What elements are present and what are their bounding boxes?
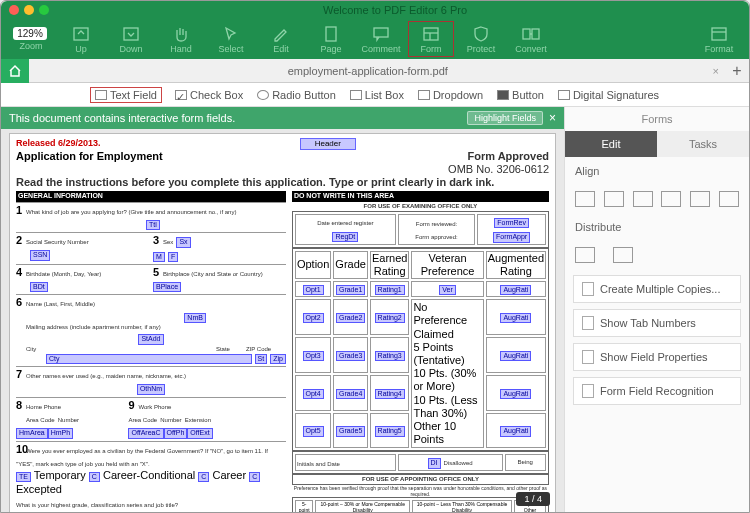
select-tool[interactable]: Select <box>207 20 255 58</box>
distribute-label: Distribute <box>565 213 749 241</box>
text-field-type[interactable]: Text Field <box>91 88 161 102</box>
dropdown-type[interactable]: Dropdown <box>418 89 483 101</box>
zoom-tool[interactable]: 129% Zoom <box>7 20 55 58</box>
titlebar: Welcome to PDF Editor 6 Pro <box>1 1 749 19</box>
form-tool[interactable]: Form <box>407 20 455 58</box>
button-icon <box>497 90 509 100</box>
down-tool[interactable]: Down <box>107 20 155 58</box>
create-copies-item[interactable]: Create Multiple Copies... <box>573 275 741 303</box>
distribute-v-icon[interactable] <box>613 247 633 263</box>
side-panel: Forms Edit Tasks Align Distribute Create… <box>564 107 749 512</box>
form-type-bar: Text Field ✓Check Box Radio Button List … <box>1 83 749 107</box>
document-canvas[interactable]: Released 6/29/2013. Header Application f… <box>1 129 564 512</box>
form-banner: This document contains interactive form … <box>1 107 564 129</box>
align-center-icon[interactable] <box>604 191 624 207</box>
align-left-icon[interactable] <box>575 191 595 207</box>
svg-rect-8 <box>532 29 539 39</box>
highlight-fields-button[interactable]: Highlight Fields <box>467 111 543 125</box>
text-field-icon <box>95 90 107 100</box>
tab-bar: employment-application-form.pdf × + <box>1 59 749 83</box>
distribute-h-icon[interactable] <box>575 247 595 263</box>
tasks-tab[interactable]: Tasks <box>657 131 749 157</box>
recognition-icon <box>582 384 594 398</box>
signature-type[interactable]: Digital Signatures <box>558 89 659 101</box>
close-window[interactable] <box>9 5 19 15</box>
field-recognition-item[interactable]: Form Field Recognition <box>573 377 741 405</box>
edit-tab[interactable]: Edit <box>565 131 657 157</box>
hand-tool[interactable]: Hand <box>157 20 205 58</box>
released-date: Released 6/29/2013. <box>16 138 101 149</box>
radio-type[interactable]: Radio Button <box>257 89 336 101</box>
svg-rect-1 <box>124 28 138 40</box>
doc-title: Application for Employment <box>16 150 163 176</box>
svg-rect-0 <box>74 28 88 40</box>
svg-rect-9 <box>712 28 726 40</box>
maximize-window[interactable] <box>39 5 49 15</box>
checkbox-icon: ✓ <box>175 90 187 100</box>
svg-rect-4 <box>424 28 438 40</box>
button-type[interactable]: Button <box>497 89 544 101</box>
minimize-window[interactable] <box>24 5 34 15</box>
protect-tool[interactable]: Protect <box>457 20 505 58</box>
properties-icon <box>582 350 594 364</box>
numbers-icon <box>582 316 594 330</box>
document-tab[interactable]: employment-application-form.pdf <box>29 65 707 77</box>
checkbox-type[interactable]: ✓Check Box <box>175 89 243 101</box>
show-properties-item[interactable]: Show Field Properties <box>573 343 741 371</box>
svg-rect-7 <box>523 29 530 39</box>
home-button[interactable] <box>1 59 29 83</box>
svg-rect-3 <box>374 28 388 37</box>
banner-close[interactable]: × <box>549 111 556 125</box>
page-indicator: 1 / 4 <box>516 492 550 506</box>
align-middle-icon[interactable] <box>690 191 710 207</box>
main-toolbar: 129% Zoom Up Down Hand Select Edit Page … <box>1 19 749 59</box>
comment-tool[interactable]: Comment <box>357 20 405 58</box>
up-tool[interactable]: Up <box>57 20 105 58</box>
zoom-value[interactable]: 129% <box>13 27 47 40</box>
header-field[interactable]: Header <box>300 138 356 150</box>
list-icon <box>350 90 362 100</box>
copies-icon <box>582 282 594 296</box>
align-right-icon[interactable] <box>633 191 653 207</box>
signature-icon <box>558 90 570 100</box>
close-tab[interactable]: × <box>707 65 725 77</box>
align-bottom-icon[interactable] <box>719 191 739 207</box>
new-tab[interactable]: + <box>725 62 749 80</box>
side-title: Forms <box>565 107 749 131</box>
align-top-icon[interactable] <box>661 191 681 207</box>
convert-tool[interactable]: Convert <box>507 20 555 58</box>
format-tool[interactable]: Format <box>695 20 743 58</box>
dropdown-icon <box>418 90 430 100</box>
page-tool[interactable]: Page <box>307 20 355 58</box>
svg-rect-2 <box>326 27 336 41</box>
radio-icon <box>257 90 269 100</box>
align-label: Align <box>565 157 749 185</box>
listbox-type[interactable]: List Box <box>350 89 404 101</box>
edit-tool[interactable]: Edit <box>257 20 305 58</box>
window-title: Welcome to PDF Editor 6 Pro <box>49 4 741 16</box>
show-tab-numbers-item[interactable]: Show Tab Numbers <box>573 309 741 337</box>
